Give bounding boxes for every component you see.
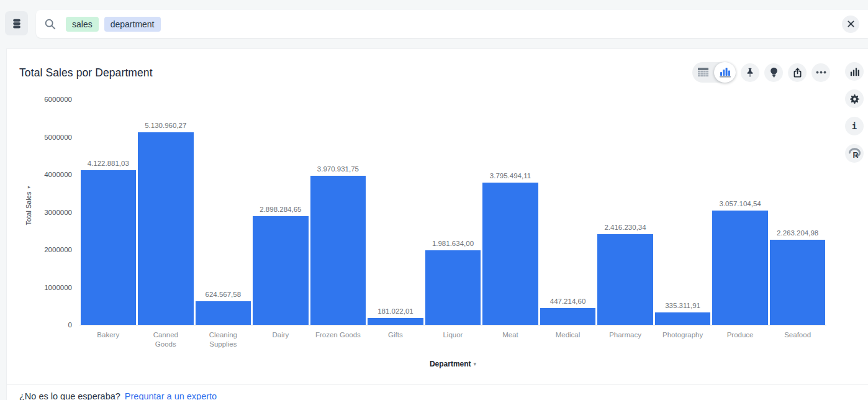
bar-value-label: 3.970.931,75	[317, 165, 359, 173]
search-token-department[interactable]: department	[104, 17, 161, 32]
share-button[interactable]	[788, 63, 807, 82]
page-title: Total Sales por Department	[19, 66, 153, 80]
bar-bakery[interactable]	[81, 170, 137, 325]
category-slot: Dairy	[252, 330, 310, 349]
bar-value-label: 2.898.284,65	[260, 206, 301, 213]
bar-produce[interactable]	[712, 211, 768, 325]
bar-frozen-goods[interactable]	[310, 176, 366, 325]
data-source-button[interactable]	[5, 11, 28, 35]
search-icon	[43, 17, 57, 31]
svg-text:R: R	[852, 151, 858, 159]
bar-value-label: 5.130.960,27	[145, 122, 186, 129]
category-slot: Gifts	[367, 330, 425, 349]
footer-question-text: ¿No es lo que esperaba?	[19, 391, 120, 400]
bar-pharmacy[interactable]	[597, 234, 653, 325]
category-slot: Photography	[654, 330, 712, 349]
category-slot: Seafood	[769, 330, 826, 349]
change-visualization-button[interactable]	[845, 62, 864, 81]
x-axis-categories: BakeryCanned GoodsCleaning SuppliesDairy…	[79, 330, 826, 349]
y-tick-label: 3000000	[44, 209, 72, 216]
bar-gifts[interactable]	[368, 318, 423, 325]
bar-medical[interactable]	[540, 308, 596, 325]
category-slot: Frozen Goods	[309, 330, 367, 349]
bar-value-label: 1.981.634,00	[432, 240, 474, 247]
category-slot: Liquor	[424, 330, 482, 349]
x-category-label: Cleaning Supplies	[200, 330, 246, 349]
y-tick-label: 2000000	[44, 246, 72, 253]
close-icon	[848, 20, 854, 27]
bar-slot: 624.567,58	[194, 100, 252, 325]
y-tick-label: 0	[68, 321, 72, 329]
y-tick-label: 5000000	[44, 134, 72, 141]
y-tick-label: 6000000	[44, 96, 72, 103]
y-tick-label: 4000000	[44, 171, 72, 178]
bar-meat[interactable]	[482, 183, 538, 325]
x-category-label: Dairy	[258, 330, 304, 349]
x-category-label: Medical	[545, 330, 591, 349]
search-bar[interactable]: sales department	[36, 10, 868, 38]
bar-slot: 181.022,01	[367, 100, 425, 325]
bar-value-label: 181.022,01	[377, 307, 414, 315]
gear-icon	[849, 93, 861, 105]
x-category-label: Produce	[717, 330, 763, 349]
answer-info-button[interactable]: i	[845, 117, 864, 135]
bar-canned-goods[interactable]	[138, 132, 194, 325]
x-category-label: Pharmacy	[602, 330, 648, 349]
bar-value-label: 2.263.204,98	[777, 229, 818, 237]
database-icon	[11, 17, 23, 30]
y-tick-label: 1000000	[44, 284, 72, 291]
r-analysis-button[interactable]: R	[845, 144, 864, 163]
footer-divider	[7, 384, 868, 384]
bar-photography[interactable]	[655, 312, 711, 325]
bar-chart-icon	[720, 67, 731, 78]
plot-area: 4.122.881,035.130.960,27624.567,582.898.…	[79, 100, 826, 325]
search-token-sales[interactable]: sales	[66, 17, 99, 32]
x-category-label: Canned Goods	[143, 330, 189, 349]
bar-cleaning-supplies[interactable]	[196, 301, 251, 325]
x-axis-title[interactable]: Department▾	[79, 360, 826, 368]
category-slot: Canned Goods	[137, 330, 195, 349]
bar-slot: 2.898.284,65	[252, 100, 310, 325]
bar-value-label: 3.057.104,54	[720, 200, 761, 207]
bar-slot: 335.311,91	[654, 100, 712, 325]
bar-value-label: 447.214,60	[550, 298, 586, 305]
bar-liquor[interactable]	[425, 250, 481, 325]
chart-view-button[interactable]	[714, 62, 736, 83]
category-slot: Cleaning Supplies	[194, 330, 252, 349]
right-rail: i R	[845, 62, 864, 163]
y-axis-ticks: 0100000020000003000000400000050000006000…	[19, 100, 72, 325]
top-bar: sales department	[0, 0, 868, 48]
bar-dairy[interactable]	[253, 216, 309, 325]
ask-expert-link[interactable]: Preguntar a un experto	[125, 391, 217, 400]
category-slot: Produce	[712, 330, 769, 349]
clear-search-button[interactable]	[842, 16, 859, 33]
bar-slot: 4.122.881,03	[79, 100, 137, 325]
x-category-label: Meat	[487, 330, 533, 349]
category-slot: Meat	[482, 330, 540, 349]
svg-text:i: i	[852, 121, 857, 131]
chart-settings-button[interactable]	[845, 89, 864, 108]
answer-card: Total Sales por Department	[6, 48, 868, 400]
bar-seafood[interactable]	[770, 240, 826, 325]
table-view-button[interactable]	[692, 62, 714, 83]
bar-slot: 2.263.204,98	[769, 100, 826, 325]
bar-slot: 2.416.230,34	[597, 100, 654, 325]
category-slot: Bakery	[79, 330, 137, 349]
answer-toolbar	[692, 62, 830, 83]
spotiq-insights-button[interactable]	[764, 63, 783, 82]
x-axis-caret-icon: ▾	[474, 361, 477, 367]
viz-type-toggle	[692, 62, 736, 83]
footer: ¿No es lo que esperaba? Preguntar a un e…	[19, 391, 217, 400]
pin-button[interactable]	[741, 63, 759, 82]
bar-slot: 1.981.634,00	[424, 100, 482, 325]
bar-slot: 447.214,60	[539, 100, 597, 325]
info-icon: i	[849, 120, 860, 132]
share-icon	[792, 67, 803, 78]
bar-slot: 5.130.960,27	[137, 100, 195, 325]
bar-slot: 3.970.931,75	[309, 100, 367, 325]
x-category-label: Gifts	[373, 330, 418, 349]
more-actions-button[interactable]	[811, 63, 830, 82]
x-category-label: Seafood	[775, 330, 821, 349]
bar-slot: 3.057.104,54	[712, 100, 769, 325]
lightbulb-icon	[769, 67, 779, 78]
